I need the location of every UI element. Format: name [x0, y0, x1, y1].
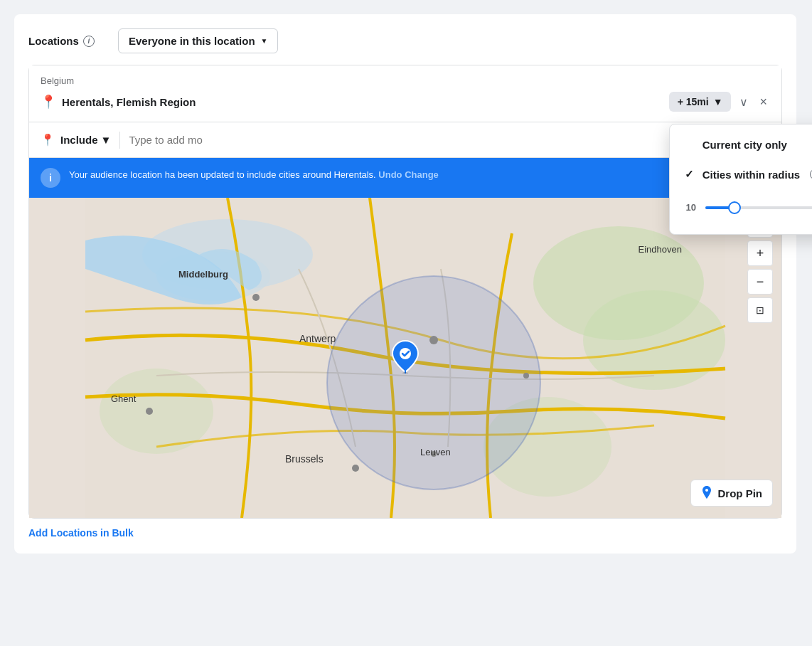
city-leuven: Leuven — [420, 447, 451, 457]
current-city-option[interactable]: Current city only — [670, 130, 812, 159]
location-panel: Belgium 📍 Herentals, Flemish Region + 15… — [28, 65, 782, 519]
include-label: Include — [60, 134, 98, 146]
location-item-row: 📍 Herentals, Flemish Region + 15mi ▼ Cur… — [41, 92, 770, 112]
cities-radius-check: ✓ — [684, 168, 695, 181]
country-label: Belgium — [41, 75, 770, 86]
slider-track — [705, 206, 812, 209]
include-arrow-icon: ▼ — [101, 134, 112, 146]
location-expand-button[interactable]: ∨ — [737, 92, 751, 112]
radius-slider-row: 10 50 mi — [670, 189, 812, 228]
locations-panel: Locations i Everyone in this location ▼ … — [14, 14, 796, 554]
drop-pin-label: Drop Pin — [718, 487, 763, 499]
svg-point-11 — [146, 408, 153, 415]
location-input-area: Belgium 📍 Herentals, Flemish Region + 15… — [29, 65, 781, 122]
add-locations-bulk-link[interactable]: Add Locations in Bulk — [28, 527, 134, 539]
svg-point-15 — [400, 348, 411, 359]
slider-thumb[interactable] — [728, 201, 741, 214]
svg-point-10 — [429, 336, 438, 344]
location-name: Herentals, Flemish Region — [62, 96, 196, 108]
city-eindhoven: Eindhoven — [639, 244, 682, 255]
radius-button[interactable]: + 15mi ▼ Current city only ✓ Cities with… — [669, 92, 732, 112]
drop-pin-icon — [701, 486, 712, 500]
city-ghent: Ghent — [111, 393, 136, 404]
map-fit-button[interactable]: ⊡ — [747, 297, 773, 323]
location-pin-icon: 📍 — [41, 94, 56, 110]
slider-fill — [705, 206, 731, 209]
city-brussels: Brussels — [285, 453, 324, 465]
location-type-dropdown[interactable]: Everyone in this location ▼ — [118, 28, 278, 53]
dropdown-arrow-icon: ▼ — [261, 37, 268, 45]
location-item-actions: + 15mi ▼ Current city only ✓ Cities with… — [669, 92, 770, 112]
include-pin-icon: 📍 — [41, 133, 55, 147]
include-dropdown-button[interactable]: Include ▼ — [60, 134, 111, 146]
map-zoom-out-button[interactable]: − — [747, 269, 773, 295]
svg-point-9 — [252, 294, 260, 301]
svg-point-16 — [402, 372, 408, 374]
locations-info-icon[interactable]: i — [83, 36, 95, 47]
locations-text: Locations — [28, 35, 79, 47]
location-type-label: Everyone in this location — [129, 35, 255, 47]
svg-point-8 — [327, 276, 540, 489]
location-search-input[interactable] — [129, 134, 707, 146]
notification-text: Your audience location ha been updated t… — [69, 168, 439, 182]
map-container: Middelburg Eindhoven Antwerp Ghent Bruss… — [29, 198, 781, 518]
locations-header: Locations i Everyone in this location ▼ — [28, 28, 782, 53]
svg-point-12 — [352, 465, 359, 472]
current-city-check — [684, 139, 695, 151]
radius-dropdown-arrow: ▼ — [713, 96, 723, 107]
add-locations-label: Add Locations in Bulk — [28, 527, 134, 539]
city-middelburg: Middelburg — [178, 269, 228, 280]
radius-label: + 15mi — [678, 96, 709, 107]
city-antwerp: Antwerp — [299, 333, 336, 344]
map-location-pin — [391, 339, 420, 376]
locations-label: Locations i — [28, 35, 107, 47]
slider-min: 10 — [684, 202, 698, 213]
undo-change-link[interactable]: Undo Change — [378, 169, 439, 180]
drop-pin-button[interactable]: Drop Pin — [690, 480, 774, 507]
map-zoom-in-button[interactable]: + — [747, 240, 773, 266]
svg-point-13 — [523, 373, 529, 378]
location-item-left: 📍 Herentals, Flemish Region — [41, 94, 663, 110]
include-divider — [119, 132, 120, 149]
notification-icon: i — [41, 168, 60, 188]
cities-within-radius-option[interactable]: ✓ Cities within radius i — [670, 159, 812, 189]
cities-radius-label: Cities within radius — [703, 169, 801, 181]
current-city-label: Current city only — [703, 139, 787, 151]
location-remove-button[interactable]: × — [757, 92, 770, 111]
radius-dropdown-menu: Current city only ✓ Cities within radius… — [669, 124, 812, 235]
